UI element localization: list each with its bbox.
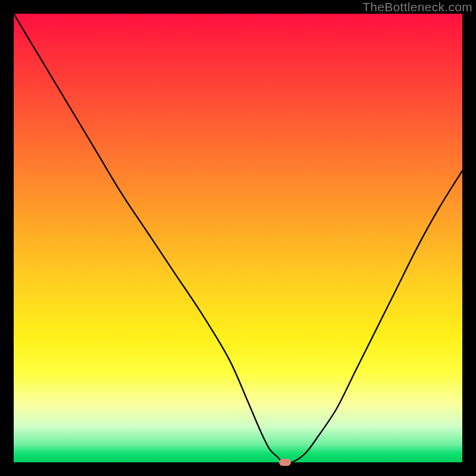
curve-path <box>14 14 462 462</box>
chart-frame: TheBottleneck.com <box>0 0 476 476</box>
watermark-text: TheBottleneck.com <box>362 0 472 14</box>
plot-area <box>14 14 462 462</box>
optimal-marker <box>279 459 291 466</box>
bottleneck-curve <box>14 14 462 462</box>
